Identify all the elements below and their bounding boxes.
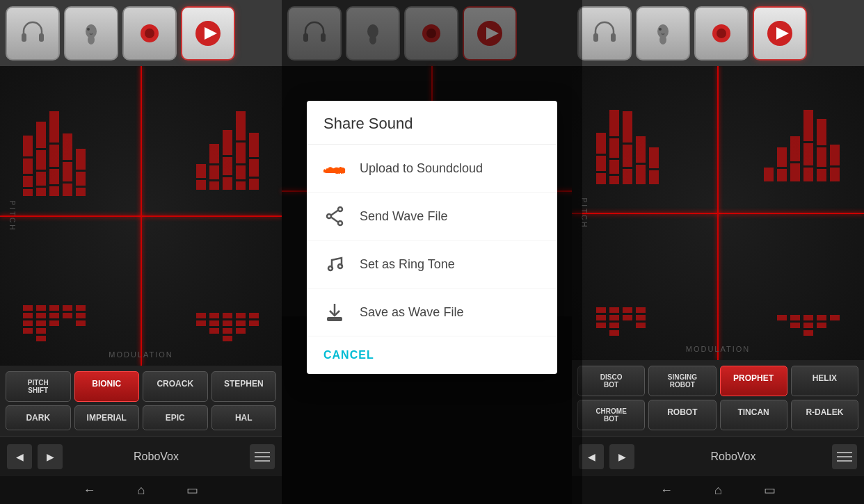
svg-rect-30 <box>611 33 616 42</box>
left-toolbar <box>0 0 282 66</box>
left-record-btn[interactable] <box>122 6 177 60</box>
preset-pitch-shift[interactable]: PITCHSHIFT <box>6 371 71 402</box>
svg-point-21 <box>338 207 342 211</box>
preset-bionic[interactable]: BIONIC <box>74 371 140 402</box>
svg-point-33 <box>659 28 662 31</box>
dialog-overlay: Share Sound Upload to Soundcloud <box>282 0 582 504</box>
left-app-name: RoboVox <box>68 450 244 463</box>
right-menu-btn[interactable] <box>832 444 857 469</box>
svg-point-4 <box>87 28 90 31</box>
cancel-label: CANCEL <box>323 349 374 361</box>
ringtone-label: Set as Ring Tone <box>360 257 455 272</box>
prev-btn[interactable]: ◀ <box>7 444 32 469</box>
left-bottom-bar: ◀ ▶ RoboVox <box>0 436 282 476</box>
send-wave-label: Send Wave File <box>360 209 447 224</box>
music-note-icon <box>323 253 346 275</box>
right-play-btn[interactable] <box>753 6 807 60</box>
share-sound-dialog: Share Sound Upload to Soundcloud <box>307 101 557 374</box>
left-play-btn[interactable] <box>181 6 235 60</box>
preset-prophet[interactable]: PROPHET <box>720 366 787 396</box>
preset-tincan[interactable]: TINCAN <box>720 400 787 430</box>
upload-soundcloud-item[interactable]: Upload to Soundcloud <box>307 145 557 193</box>
preset-robot[interactable]: ROBOT <box>648 400 716 430</box>
right-toolbar <box>572 0 864 66</box>
svg-point-3 <box>88 35 95 44</box>
crosshair-vertical <box>141 66 142 366</box>
right-recents-btn[interactable]: ▭ <box>764 482 776 498</box>
soundcloud-label: Upload to Soundcloud <box>360 161 483 176</box>
right-headphones-btn[interactable] <box>577 6 632 60</box>
right-crosshair-v <box>717 66 719 360</box>
save-wave-item[interactable]: Save as Wave File <box>307 288 557 336</box>
modulation-label: MODULATION <box>109 350 173 359</box>
preset-imperial[interactable]: IMPERIAL <box>74 405 140 430</box>
soundcloud-icon <box>323 157 346 179</box>
right-visualizer: PITCH MODULATION <box>572 66 864 360</box>
back-btn[interactable]: ← <box>83 483 96 498</box>
svg-line-25 <box>331 218 338 222</box>
preset-epic[interactable]: EPIC <box>143 405 208 430</box>
svg-point-26 <box>328 266 333 270</box>
preset-dark[interactable]: DARK <box>6 405 71 430</box>
right-modulation-label: MODULATION <box>686 345 751 353</box>
left-menu-btn[interactable] <box>250 444 275 469</box>
left-visualizer: PITCH MODULATION <box>0 66 282 366</box>
preset-hal[interactable]: HAL <box>211 405 277 430</box>
svg-line-24 <box>331 211 338 216</box>
ringtone-item[interactable]: Set as Ring Tone <box>307 241 557 288</box>
svg-rect-29 <box>593 33 598 42</box>
left-nav-bar: ← ⌂ ▭ <box>0 476 282 504</box>
right-back-btn[interactable]: ← <box>660 483 673 498</box>
svg-point-27 <box>338 264 342 268</box>
right-parrot-btn[interactable] <box>636 6 690 60</box>
preset-helix[interactable]: HELIX <box>791 366 858 396</box>
left-presets: PITCHSHIFT BIONIC CROACK STEPHEN DARK IM… <box>0 366 282 436</box>
preset-chrome-bot[interactable]: CHROMEBOT <box>577 400 645 430</box>
right-prev-btn[interactable]: ◀ <box>579 444 604 469</box>
share-icon <box>323 205 346 227</box>
svg-rect-0 <box>22 33 26 42</box>
svg-point-32 <box>659 35 666 44</box>
preset-r-dalek[interactable]: R-DALEK <box>791 400 858 430</box>
preset-disco-bot[interactable]: DISCOBOT <box>577 366 645 396</box>
right-presets: DISCOBOT SINGINGROBOT PROPHET HELIX CHRO… <box>572 360 864 436</box>
right-app-name: RoboVox <box>640 450 826 463</box>
recents-btn[interactable]: ▭ <box>186 482 198 498</box>
right-next-btn[interactable]: ▶ <box>609 444 634 469</box>
left-headphones-btn[interactable] <box>6 6 60 60</box>
home-btn[interactable]: ⌂ <box>138 483 145 498</box>
right-bottom-bar: ◀ ▶ RoboVox <box>572 436 864 476</box>
preset-stephen[interactable]: STEPHEN <box>211 371 277 402</box>
dialog-title: Share Sound <box>307 101 557 145</box>
save-wave-label: Save as Wave File <box>360 305 463 320</box>
right-nav-bar: ← ⌂ ▭ <box>572 476 864 504</box>
svg-point-23 <box>338 221 342 225</box>
download-icon <box>323 301 346 323</box>
right-home-btn[interactable]: ⌂ <box>714 483 722 498</box>
svg-point-35 <box>717 29 726 38</box>
svg-point-6 <box>145 29 154 38</box>
cancel-item[interactable]: CANCEL <box>307 336 557 374</box>
preset-singing-robot[interactable]: SINGINGROBOT <box>648 366 716 396</box>
svg-rect-1 <box>39 33 44 42</box>
send-wave-item[interactable]: Send Wave File <box>307 193 557 241</box>
preset-croack[interactable]: CROACK <box>143 371 208 402</box>
pitch-label: PITCH <box>8 200 16 231</box>
left-panel: PITCH MODULATION <box>0 0 282 504</box>
right-panel: PITCH MODULATION <box>572 0 864 504</box>
svg-point-22 <box>327 214 331 218</box>
next-btn[interactable]: ▶ <box>38 444 63 469</box>
right-record-btn[interactable] <box>694 6 749 60</box>
left-parrot-btn[interactable] <box>64 6 118 60</box>
